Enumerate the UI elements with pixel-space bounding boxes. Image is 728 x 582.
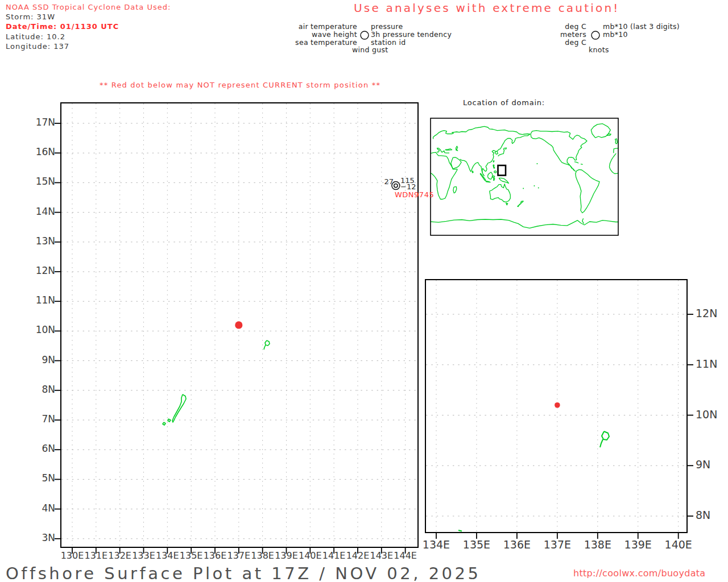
world-island-speck [523,188,524,189]
main-y-tick-label: 3N [28,533,55,544]
main-y-tick-label: 6N [28,443,55,455]
world-island-speck [536,163,537,164]
main-y-tick-label: 16N [28,147,55,158]
inset-y-tick-label: 12N [696,307,717,320]
plot-title: Offshore Surface Plot at 17Z / NOV 02, 2… [6,564,481,582]
world-coastline [433,126,531,139]
header-datetime: Date/Time: 01/1130 UTC [6,23,119,31]
inset-x-tick-label: 139E [618,539,659,551]
world-coastline [499,178,508,183]
caution-banner: Use analyses with extreme caution! [354,2,620,15]
units-legend-circle [592,31,599,39]
world-coastline [493,176,495,180]
domain-rectangle [498,165,506,176]
world-coastline [609,153,616,167]
main-storm-dot [235,321,242,329]
world-coastline [431,152,457,199]
world-coastline [451,157,461,169]
header-longitude: Longitude: 137 [6,43,69,51]
main-map-grid [55,103,417,554]
legend-sea-temperature: sea temperature [295,39,357,47]
main-y-tick-label: 11N [28,295,55,306]
world-coastline [445,149,452,150]
legend-wind-gust: wind gust [352,46,388,54]
world-coastline [472,171,473,173]
world-coastline [493,165,495,168]
world-coastline [460,134,530,176]
main-x-tick-label: 144E [388,551,423,561]
main-map-island [264,345,266,350]
domain-map-title: Location of domain: [463,99,545,107]
world-coastline [453,187,457,193]
main-y-tick-label: 17N [28,117,55,128]
station-air-temperature: 27 [374,178,394,186]
world-coastline [431,219,618,228]
main-y-tick-label: 9N [28,355,55,366]
main-map-island [172,394,186,422]
inset-map-island [602,431,609,440]
inset-map-island [458,530,462,531]
main-y-tick-label: 7N [28,414,55,425]
world-island-speck [538,187,539,188]
units-wind-gust: knots [589,46,609,54]
world-coastline [490,184,511,202]
header-storm: Storm: 31W [6,13,55,22]
inset-x-tick-label: 135E [456,539,497,551]
station-id-label: WDN9745 [395,191,434,199]
source-url: http://coolwx.com/buoydata [573,568,705,579]
inset-x-tick-label: 136E [497,539,537,551]
header-title: NOAA SSD Tropical Cyclone Data Used: [6,3,171,12]
world-coastline [518,201,524,207]
station-model-legend-circle [361,31,369,39]
units-sea-temperature: deg C [565,39,586,47]
inset-y-tick-label: 11N [696,358,717,371]
main-y-tick-label: 14N [28,206,55,218]
world-coastline [582,218,584,223]
world-coastline [614,148,618,153]
station-circle-inner [394,184,398,187]
world-coastline [531,131,587,172]
main-y-tick-label: 12N [28,265,55,277]
world-island-speck [533,185,535,186]
world-map [431,124,618,228]
world-coastline [494,171,497,173]
main-y-tick-label: 5N [28,473,55,484]
main-map-island [265,340,270,346]
inset-x-tick-label: 138E [577,539,618,551]
header-latitude: Latitude: 10.2 [6,33,65,41]
inset-y-tick-label: 8N [696,509,710,522]
main-y-tick-label: 13N [28,236,55,247]
world-coastline [493,160,494,162]
world-coastline [487,172,493,179]
world-coastline [576,169,599,213]
inset-x-tick-label: 134E [416,539,457,551]
inset-map-island [600,439,603,447]
units-pressure-tendency: mb*10 [603,31,628,39]
world-coastline [615,139,618,144]
storm-position-warning: ** Red dot below may NOT represent CURRE… [100,81,380,90]
world-coastline [609,167,618,174]
world-coastline [456,146,458,151]
inset-y-tick-label: 9N [696,459,710,471]
inset-y-tick-label: 10N [696,409,717,421]
world-coastline [437,148,449,153]
inset-x-tick-label: 140E [658,539,699,551]
world-coastline [486,181,490,182]
world-coastline [506,203,508,205]
world-coastline [581,164,583,165]
main-y-tick-label: 15N [28,176,55,188]
inset-x-tick-label: 137E [537,539,578,551]
main-y-tick-label: 4N [28,503,55,514]
main-map-island [163,422,166,425]
main-y-tick-label: 10N [28,325,55,336]
inset-storm-dot [555,402,560,408]
inset-map-grid [426,280,693,539]
main-y-tick-label: 8N [28,384,55,396]
world-coastline [574,162,578,163]
